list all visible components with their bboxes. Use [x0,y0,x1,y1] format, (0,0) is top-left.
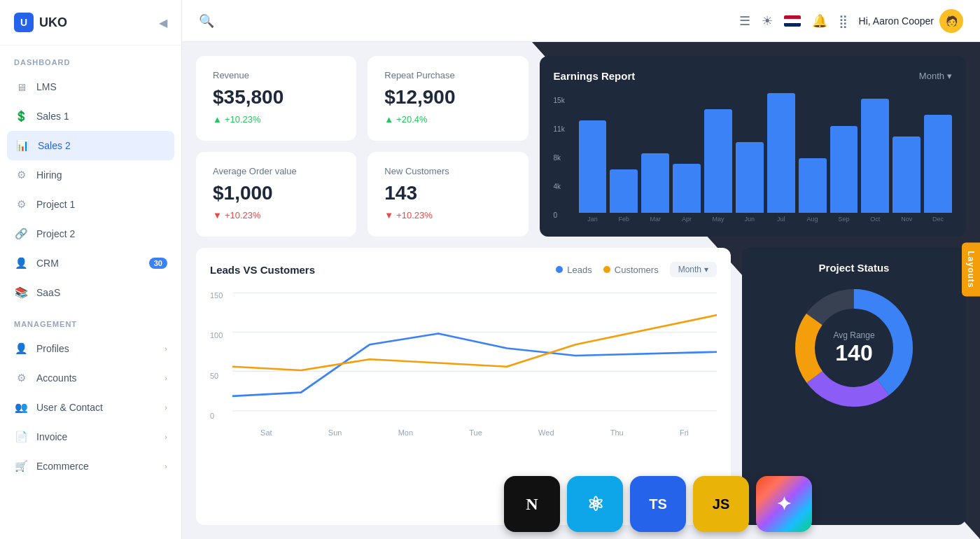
sidebar-item-lms[interactable]: 🖥 LMS [0,72,181,102]
javascript-icon[interactable]: JS [693,476,749,532]
bar-x-label: Jun [736,216,764,223]
bar-chart [579,93,952,213]
sidebar-item-crm[interactable]: 👤 CRM 30 [0,248,181,278]
collapse-button[interactable]: ◀ [159,16,167,29]
sidebar-header: U UKO ◀ [0,0,181,46]
stat-label: Revenue [213,70,340,80]
sidebar-item-label: Invoice [36,431,67,442]
react-icon[interactable]: ⚛ [567,476,623,532]
stat-value: $12,900 [384,86,511,108]
bar-x-label: Apr [673,216,701,223]
nextjs-icon[interactable]: N [504,476,560,532]
topbar: 🔍 ☰ ☀ 🔔 ⣿ Hi, Aaron Cooper 🧑 [182,0,980,42]
sidebar-item-profiles[interactable]: 👤 Profiles › [0,334,181,363]
bar-x-label: Aug [799,216,827,223]
content-area: Revenue $35,800 ▲ +10.23% Repeat Purchas… [182,42,980,539]
y-label: 0 [210,412,232,420]
sidebar-item-user-contact[interactable]: 👥 User & Contact › [0,393,181,422]
sidebar-item-label: Hiring [36,169,62,181]
customers-dot [603,266,610,273]
leads-legend: Leads Customers [556,265,658,275]
logo-area: U UKO [14,13,67,32]
line-chart-svg [232,286,717,426]
sidebar-item-hiring[interactable]: ⚙ Hiring [0,160,181,190]
bar [861,99,889,213]
bar [924,115,952,213]
bar-x-label: Dec [924,216,952,223]
crm-badge: 30 [149,258,167,269]
stat-card-revenue: Revenue $35,800 ▲ +10.23% [196,56,356,141]
flag-icon[interactable] [784,15,801,27]
arrow-up-icon: ▲ [384,114,393,125]
dashboard-section-title: DASHBOARD [0,46,181,72]
layouts-tab[interactable]: Layouts [962,242,980,296]
sidebar-item-label: SaaS [36,287,60,298]
stat-change: ▲ +20.4% [384,114,511,125]
stat-change: ▼ +10.23% [384,210,511,220]
sidebar-item-project1[interactable]: ⚙ Project 1 [0,190,181,219]
x-label: Thu [610,428,624,437]
x-label: Fri [680,428,689,437]
menu-icon[interactable]: ☰ [739,13,750,29]
invoice-icon: 📄 [14,430,28,444]
y-label: 15k [554,97,573,104]
sidebar-item-label: Ecommerce [36,461,89,472]
avatar: 🧑 [939,9,963,33]
stat-value: $35,800 [213,86,340,108]
sidebar-item-invoice[interactable]: 📄 Invoice › [0,422,181,451]
chevron-right-icon: › [164,403,167,412]
arrow-down-icon: ▼ [213,210,222,220]
bar [641,153,669,214]
sidebar-item-label: Sales 1 [36,111,69,122]
stat-change: ▲ +10.23% [213,114,340,125]
arrow-up-icon: ▲ [213,114,222,125]
chevron-right-icon: › [164,344,167,353]
bar [610,169,638,213]
donut-center: Avg Range 140 [833,330,874,366]
line-chart-area: 150 100 50 0 [210,286,717,426]
typescript-icon[interactable]: TS [630,476,686,532]
leads-legend-label: Leads [567,265,592,275]
theme-icon[interactable]: ☀ [762,13,773,29]
sidebar-item-ecommerce[interactable]: 🛒 Ecommerce › [0,451,181,481]
profiles-icon: 👤 [14,342,28,356]
sales1-icon: 💲 [14,109,28,123]
y-label: 8k [554,154,573,162]
logo-icon: U [14,13,34,32]
bell-icon[interactable]: 🔔 [812,13,827,29]
figma-icon[interactable]: ✦ [756,476,812,532]
sidebar-item-label: Sales 2 [38,140,71,151]
sidebar-item-label: User & Contact [36,402,103,413]
donut-avg-value: 140 [833,340,874,366]
bar-x-label: Mar [641,216,669,223]
lms-icon: 🖥 [14,80,28,94]
bar-x-label: Jul [767,216,795,223]
sidebar-item-label: Project 1 [36,199,75,210]
stat-card-avg-order: Average Order value $1,000 ▼ +10.23% [196,152,356,237]
arrow-down-icon: ▼ [384,210,393,220]
user-greeting[interactable]: Hi, Aaron Cooper 🧑 [859,9,963,33]
stat-card-repeat-purchase: Repeat Purchase $12,900 ▲ +20.4% [368,56,528,141]
sidebar-item-accounts[interactable]: ⚙ Accounts › [0,363,181,393]
user-contact-icon: 👥 [14,400,28,414]
project1-icon: ⚙ [14,197,28,211]
earnings-title: Earnings Report [554,70,636,82]
sidebar-item-sales1[interactable]: 💲 Sales 1 [0,102,181,131]
stat-value: 143 [384,182,511,204]
y-label: 4k [554,183,573,190]
earnings-header: Earnings Report Month ▾ [554,70,952,82]
earnings-card: Earnings Report Month ▾ 15k 11k 8k 4k 0 [540,56,966,237]
search-icon: 🔍 [199,13,214,29]
bar-x-label: Jan [579,216,607,223]
bar-x-label: May [704,216,732,223]
month-button[interactable]: Month ▾ [670,262,717,277]
sidebar-item-sales2[interactable]: 📊 Sales 2 [7,131,174,160]
sidebar-item-project2[interactable]: 🔗 Project 2 [0,219,181,248]
bar [673,164,701,213]
month-select[interactable]: Month ▾ [919,71,952,81]
sidebar-item-saas[interactable]: 📚 SaaS [0,278,181,307]
sidebar-item-label: CRM [36,258,59,269]
sales2-icon: 📊 [15,139,29,153]
grid-icon[interactable]: ⣿ [839,13,848,29]
project2-icon: 🔗 [14,227,28,241]
